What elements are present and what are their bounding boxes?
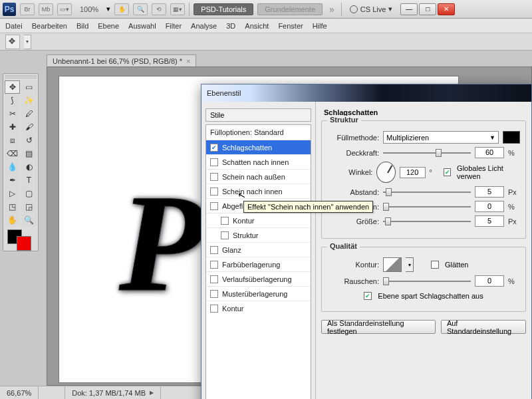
distance-input[interactable]: 5 [475,186,504,198]
menu-auswahl[interactable]: Auswahl [128,22,156,30]
menu-fenster[interactable]: Fenster [278,22,303,30]
style-checkbox[interactable] [210,144,218,152]
style-checkbox[interactable] [210,188,218,196]
crop-tool[interactable]: ✂ [5,107,20,120]
pen-tool[interactable]: ✒ [5,174,20,187]
style-item-kontur[interactable]: Kontur [206,301,311,315]
blendmode-select[interactable]: Multiplizieren▼ [383,131,499,144]
bridge-icon[interactable]: Br [20,3,35,15]
opacity-input[interactable]: 60 [475,147,504,158]
zoom-tool[interactable]: 🔍 [21,213,37,227]
move-tool[interactable]: ✥ [5,80,20,94]
dodge-tool[interactable]: ◐ [21,160,37,174]
rotate-icon[interactable]: ⟲ [152,3,166,15]
antialias-checkbox[interactable] [431,261,439,269]
contour-dropdown[interactable]: ▾ [406,257,414,272]
eyedropper-tool[interactable]: 🖊 [21,107,37,120]
style-checkbox[interactable] [210,173,218,181]
workspace-tab-tutorials[interactable]: PSD-Tutorials [194,3,253,15]
stamp-tool[interactable]: ⧇ [5,134,20,147]
brush-tool[interactable]: 🖌 [21,120,37,134]
zoom-level[interactable]: 100% [80,5,98,13]
style-item-fuelloptionen[interactable]: Fülloptionen: Standard [206,125,311,140]
spread-input[interactable]: 0 [475,201,504,212]
hand-tool[interactable]: ✋ [5,213,20,227]
marquee-tool[interactable]: ▭ [21,80,37,94]
style-checkbox[interactable] [210,246,218,254]
set-default-button[interactable]: Als Standardeinstellung festlegen [321,320,436,334]
lasso-tool[interactable]: ⟆ [5,94,20,107]
menu-datei[interactable]: Datei [5,22,23,30]
3d-tool[interactable]: ◳ [5,200,20,213]
style-checkbox[interactable] [221,217,229,225]
menu-ansicht[interactable]: Ansicht [245,22,269,30]
workspace-tab-grundelemente[interactable]: Grundelemente [257,3,323,15]
style-item-farbueberlagerung[interactable]: Farbüberlagerung [206,257,311,271]
blur-tool[interactable]: 💧 [5,160,20,174]
hand-icon[interactable]: ✋ [114,3,129,15]
style-item-schatten-innen[interactable]: Schatten nach innen [206,154,311,169]
style-item-musterueberlagerung[interactable]: Musterüberlagerung [206,286,311,301]
style-checkbox[interactable] [221,231,229,239]
panel-grip[interactable] [5,75,37,79]
style-item-schein-aussen[interactable]: Schein nach außen [206,169,311,184]
close-document-icon[interactable]: × [186,57,190,65]
style-item-verlaufsueberlagerung[interactable]: Verlaufsüberlagerung [206,271,311,286]
dialog-titlebar[interactable]: Ebenenstil [201,84,531,102]
style-checkbox[interactable] [210,261,218,269]
shadow-color-swatch[interactable] [503,131,520,144]
menu-bild[interactable]: Bild [76,22,88,30]
size-slider[interactable] [383,217,471,226]
style-item-schein-innen[interactable]: Schein nach innen [206,184,311,198]
type-tool[interactable]: T [21,174,37,187]
noise-slider[interactable] [383,277,471,286]
distance-slider[interactable] [383,188,471,197]
document-tab[interactable]: Unbenannt-1 bei 66,7% (PSD, RGB/8) * × [47,55,196,67]
style-checkbox[interactable] [210,290,218,298]
global-light-checkbox[interactable] [444,168,451,176]
style-item-glanz[interactable]: Glanz [206,242,311,257]
cs-live-button[interactable]: CS Live ▾ [350,5,393,13]
style-item-struktur-sub[interactable]: Struktur [206,227,311,242]
menu-analyse[interactable]: Analyse [191,22,217,30]
move-tool-icon[interactable] [5,35,20,49]
noise-input[interactable]: 0 [475,275,504,287]
zoom-icon[interactable]: 🔍 [133,3,148,15]
gradient-tool[interactable]: ▤ [21,147,37,160]
minibridge-icon[interactable]: Mb [39,3,53,15]
menu-bearbeiten[interactable]: Bearbeiten [32,22,67,30]
reset-default-button[interactable]: Auf Standardeinstellung [441,320,526,334]
menu-filter[interactable]: Filter [166,22,182,30]
style-item-kontur-sub[interactable]: Kontur [206,213,311,227]
menu-hilfe[interactable]: Hilfe [313,22,327,30]
opacity-slider[interactable] [383,148,471,158]
heal-tool[interactable]: ✚ [5,120,20,134]
chevron-right-icon[interactable]: ▶ [150,390,154,396]
spread-slider[interactable] [383,202,471,211]
size-input[interactable]: 5 [475,215,504,227]
arrange-icon[interactable]: ▦▾ [170,3,185,15]
more-workspaces-icon[interactable]: » [329,4,334,15]
screenmode-icon[interactable]: ▭▾ [57,3,72,15]
minimize-button[interactable]: — [400,3,418,15]
status-docsize[interactable]: Dok: 1,37 MB/1,74 MB▶ [65,386,161,399]
menu-ebene[interactable]: Ebene [98,22,119,30]
contour-swatch[interactable] [383,257,402,272]
knockout-checkbox[interactable] [364,292,372,300]
3d-camera-tool[interactable]: ◲ [21,200,37,213]
wand-tool[interactable]: ✨ [21,94,37,107]
history-brush-tool[interactable]: ↺ [21,134,37,147]
style-item-schlagschatten[interactable]: Schlagschatten [206,140,311,154]
eraser-tool[interactable]: ⌫ [5,147,20,160]
shape-tool[interactable]: ▢ [21,187,37,200]
style-checkbox[interactable] [210,305,218,313]
path-select-tool[interactable]: ▷ [5,187,20,200]
angle-input[interactable]: 120 [400,167,426,178]
angle-dial[interactable] [376,162,395,183]
style-checkbox[interactable] [210,202,218,210]
style-checkbox[interactable] [210,158,218,166]
menu-3d[interactable]: 3D [226,22,235,30]
style-checkbox[interactable] [210,275,218,283]
close-button[interactable]: ✕ [438,3,455,15]
maximize-button[interactable]: □ [419,3,436,15]
